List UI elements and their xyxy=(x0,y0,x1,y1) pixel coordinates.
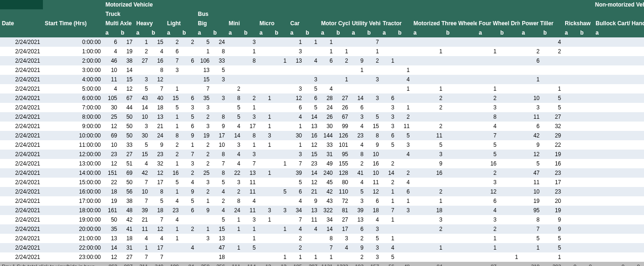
cell-value: 7 xyxy=(134,196,150,206)
cell-value xyxy=(563,65,578,75)
table-row[interactable]: 2/24/202123:00:0012277718111123511 xyxy=(0,252,644,262)
cell-value xyxy=(520,37,541,47)
table-row[interactable]: 2/24/202117:00:0019387545128449437236111… xyxy=(0,196,644,206)
table-row[interactable]: 2/24/20213:00:0010148313511 xyxy=(0,65,644,75)
cell-value: 5 xyxy=(134,140,150,150)
cell-value xyxy=(196,252,211,262)
table-row[interactable]: 2/24/202114:00:0015169421216225822131391… xyxy=(0,168,644,178)
subtotal-value: 259 xyxy=(196,262,211,266)
cell-value: 6 xyxy=(381,93,396,103)
cell-value: 5 xyxy=(181,196,196,206)
cell-value xyxy=(626,215,642,224)
cell-value: 4 xyxy=(365,215,381,224)
cell-value xyxy=(594,131,626,140)
cell-value: 41 xyxy=(350,168,365,178)
table-row[interactable]: 2/24/202120:00:0035411112121151114414176… xyxy=(0,224,644,234)
cell-value xyxy=(578,140,594,150)
cell-value: 2 xyxy=(412,93,444,103)
table-row[interactable]: 2/24/20211:00:0041924618131111122 xyxy=(0,47,644,56)
table-row[interactable]: 2/24/20218:00:00255010131528531414266735… xyxy=(0,112,644,122)
cell-value xyxy=(626,224,642,234)
cell-value: 3 xyxy=(381,103,396,112)
cell-value: 6 xyxy=(477,196,498,206)
cell-value: 14 xyxy=(350,93,365,103)
cell-value xyxy=(594,252,626,262)
cell-value: 7 xyxy=(150,84,165,93)
cell-value xyxy=(642,122,644,131)
table-row[interactable]: 2/24/202119:00:0050422174513171134271341… xyxy=(0,215,644,224)
table-row[interactable]: 2/24/202122:00:001431117447152749341115 xyxy=(0,243,644,252)
cell-date: 2/24/2021 xyxy=(0,196,43,206)
table-row[interactable]: 2/24/202112:00:0023271523272843315319581… xyxy=(0,150,644,159)
cell-value: 13 xyxy=(304,206,319,215)
cell-value: 48 xyxy=(119,206,134,215)
cell-value: 4 xyxy=(150,234,165,243)
cell-value xyxy=(578,243,594,252)
table-row[interactable]: 2/24/20215:00:00412571723541111 xyxy=(0,84,644,93)
cell-value: 2 xyxy=(381,178,396,187)
table-row[interactable]: 2/24/202113:00:0012514321327471723491552… xyxy=(0,159,644,168)
cell-value xyxy=(642,215,644,224)
cell-value: 13 xyxy=(350,215,365,224)
cell-value: 105 xyxy=(104,93,119,103)
table-row[interactable]: 2/24/202118:00:0016148391823694241133341… xyxy=(0,206,644,215)
cell-value xyxy=(258,243,273,252)
cell-value: 17 xyxy=(211,131,227,140)
cell-value xyxy=(642,234,644,243)
table-row[interactable]: 2/24/20217:00:00304414185335165242663123… xyxy=(0,103,644,112)
table-row[interactable]: 2/24/202111:00:0010335921210311112331014… xyxy=(0,140,644,150)
cell-value: 3 xyxy=(196,178,211,187)
cell-value: 14 xyxy=(134,103,150,112)
table-row[interactable]: 2/24/202115:00:0022507175435311512458041… xyxy=(0,178,644,187)
cell-value: 14 xyxy=(119,65,134,75)
cell-value xyxy=(626,243,642,252)
cell-value: 3 xyxy=(288,84,304,93)
cell-value: 3 xyxy=(134,75,150,84)
cell-value xyxy=(626,206,642,215)
cell-value: 3 xyxy=(227,140,242,150)
cell-value: 49 xyxy=(319,159,335,168)
cell-value: 12 xyxy=(520,150,541,159)
table-row[interactable]: 2/24/20212:00:00463827167610633811346292… xyxy=(0,56,644,65)
cell-value xyxy=(541,56,563,65)
cell-value xyxy=(563,75,578,84)
cell-value: 33 xyxy=(319,140,335,150)
subtotal-value: 310 xyxy=(520,262,541,266)
table-row[interactable]: 2/24/202121:00:0013184413131283251155 xyxy=(0,234,644,243)
cell-value: 4 xyxy=(134,234,150,243)
cell-value xyxy=(498,122,520,131)
cell-value: 95 xyxy=(335,150,350,159)
cell-value xyxy=(444,243,477,252)
cell-value: 1 xyxy=(196,196,211,206)
subtotal-row[interactable]: Day 1 Sub-total click to view/hide in ho… xyxy=(0,262,644,266)
subtotal-value: 0 xyxy=(563,262,578,266)
table-row[interactable]: 2/24/20210:00:0061711522524311174 xyxy=(0,37,644,47)
cell-value: 2 xyxy=(412,224,444,234)
subtotal-value: 48 xyxy=(396,262,412,266)
cell-value: 4 xyxy=(227,159,242,168)
cell-value: 10 xyxy=(134,112,150,122)
hdr-rickshaw: Rickshaw xyxy=(563,19,594,28)
cell-value xyxy=(498,131,520,140)
cell-value: 15 xyxy=(165,93,181,103)
table-row[interactable]: 2/24/20219:00:00125032116394171113309941… xyxy=(0,122,644,131)
cell-value: 1 xyxy=(181,140,196,150)
cell-value xyxy=(626,103,642,112)
cell-value: 10 xyxy=(365,150,381,159)
cell-value: 2 xyxy=(181,168,196,178)
cell-value: 4 xyxy=(477,206,498,215)
table-row[interactable]: 2/24/20216:00:00105674340156353821126282… xyxy=(0,93,644,103)
cell-value: 4 xyxy=(350,122,365,131)
cell-value xyxy=(498,178,520,187)
cell-value xyxy=(563,187,578,196)
table-row[interactable]: 2/24/202116:00:0018561081924211562142110… xyxy=(0,187,644,196)
cell-value: 1 xyxy=(319,37,335,47)
table-row[interactable]: 2/24/20214:00:00111531215331341 xyxy=(0,75,644,84)
cell-value: 1 xyxy=(273,56,288,65)
cell-value: 6 xyxy=(365,196,381,206)
cell-value xyxy=(365,103,381,112)
cell-value: 3 xyxy=(211,93,227,103)
table-row[interactable]: 2/24/202110:00:0069503024891917148330161… xyxy=(0,131,644,140)
cell-date: 2/24/2021 xyxy=(0,140,43,150)
cell-value: 38 xyxy=(119,196,134,206)
